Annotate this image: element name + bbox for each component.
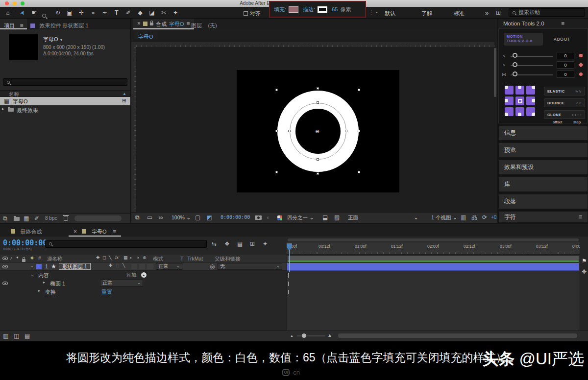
layer-row[interactable]: ⌄ 1 ★ 形状图层 1 ✚ ◻ ╲ 正常⌄ ◎ 无⌄ xyxy=(0,262,287,271)
zoom-out-mountain-icon[interactable]: ▲ xyxy=(290,334,294,337)
expand-transfer-controls-icon[interactable]: ◫ xyxy=(14,333,19,339)
project-list-header[interactable]: 名称 ▲ xyxy=(0,90,130,97)
apply-dot-button[interactable] xyxy=(579,54,583,57)
eye-icon[interactable] xyxy=(2,265,8,268)
comp-button-icon[interactable]: ✥ xyxy=(582,269,587,275)
ruler-corner[interactable] xyxy=(131,42,136,47)
bbox-handle[interactable] xyxy=(275,89,278,91)
comp-flyout-icon[interactable]: ▾ xyxy=(60,38,62,42)
panel-menu-icon[interactable]: ≡ xyxy=(187,21,190,26)
shy-layers-icon[interactable]: ❖ xyxy=(224,241,230,247)
panel-bar-effects-presets[interactable]: 效果和预设 xyxy=(498,160,588,175)
bbox-handle[interactable] xyxy=(275,171,278,173)
layer-switch-icon[interactable]: ◻ xyxy=(116,263,119,268)
path-vertex-handle[interactable] xyxy=(317,158,319,161)
label-column-icon[interactable]: ◆ xyxy=(30,256,34,260)
horizontal-ruler[interactable] xyxy=(136,42,494,47)
type-tool-icon[interactable]: T xyxy=(112,9,122,17)
layer-duration-bar[interactable] xyxy=(287,263,579,271)
switch-cell[interactable] xyxy=(131,264,137,269)
pan-behind-tool-icon[interactable]: ✛ xyxy=(76,9,86,17)
solo-column-icon[interactable]: ● xyxy=(16,256,19,260)
timeline-search-input[interactable] xyxy=(45,240,207,248)
viewer-timecode[interactable]: 0:00:00:00 xyxy=(220,214,250,220)
hand-tool-icon[interactable]: ☛ xyxy=(29,9,39,17)
panel-bar-preview[interactable]: 预览 xyxy=(498,142,588,158)
frame-blend-switch-icon[interactable]: ▦ xyxy=(123,256,128,260)
panel-scrollbar[interactable] xyxy=(74,215,122,221)
collapse-switch-icon[interactable]: ◻ xyxy=(102,256,106,260)
frame-blend-icon[interactable]: ▤ xyxy=(237,241,243,247)
contents-row[interactable]: ⌄ 内容 添加: ▸ xyxy=(0,271,287,279)
puppet-pin-tool-icon[interactable]: ✦ xyxy=(171,9,180,17)
bounce-button[interactable]: BOUNCE∩∩ xyxy=(544,98,585,107)
camera-tool-icon[interactable]: ▣ xyxy=(65,9,74,17)
target-region-icon[interactable]: ⬓ xyxy=(322,214,328,220)
layer-color-chip[interactable] xyxy=(36,264,42,269)
eraser-tool-icon[interactable]: ◪ xyxy=(147,9,157,17)
path-vertex-handle[interactable] xyxy=(317,101,319,104)
workspace-learn-button[interactable]: 了解 xyxy=(421,10,432,17)
motion-blur-switch-icon[interactable]: ◐ xyxy=(130,256,132,260)
breadcrumb[interactable]: 字母O xyxy=(134,31,157,39)
ease-value-field[interactable]: 0 xyxy=(557,61,574,69)
bit-depth-label[interactable]: 8 bpc xyxy=(45,215,57,221)
orbit-camera-tool-icon[interactable]: ↻ xyxy=(53,9,63,17)
stroke-color-swatch[interactable] xyxy=(318,6,327,13)
clone-button[interactable]: CLONE● ● ○ ○ xyxy=(544,110,585,119)
layered-view-icon[interactable]: ⧉ xyxy=(135,214,140,220)
anchor-grid-cell[interactable] xyxy=(526,107,535,116)
layer-quality-icon[interactable]: ╲ xyxy=(122,263,125,268)
lock-icon[interactable] xyxy=(150,23,153,25)
parent-link-column[interactable]: 父级和链接 xyxy=(215,256,241,262)
anchor-grid-cell[interactable] xyxy=(515,96,524,105)
shy-switch-icon[interactable]: ✚ xyxy=(96,256,100,260)
step-label[interactable]: step xyxy=(573,120,581,124)
layer-name[interactable]: 形状图层 1 xyxy=(59,263,91,270)
shape-tool-icon[interactable]: ● xyxy=(88,9,98,17)
help-search-input[interactable]: 搜索帮助 xyxy=(509,8,585,17)
close-tab-icon[interactable]: × xyxy=(74,228,77,235)
current-timecode[interactable]: 0:00:00:00 xyxy=(3,238,47,247)
roto-brush-tool-icon[interactable]: ✄ xyxy=(159,9,169,17)
anchor-grid-cell[interactable] xyxy=(505,107,514,116)
view-layout-dropdown[interactable]: 1 个视图 ⌄ xyxy=(431,214,457,221)
reset-link[interactable]: 重置 xyxy=(101,288,112,296)
fill-label[interactable]: 填充: xyxy=(274,6,286,13)
workspace-default-button[interactable]: 默认 xyxy=(385,10,395,17)
tab-project[interactable]: 项目 ≡ xyxy=(0,19,27,29)
stroke-label[interactable]: 描边: xyxy=(303,6,315,13)
ease-value-field[interactable]: 0 xyxy=(557,52,574,59)
transform-row[interactable]: ▸ 变换 重置 xyxy=(0,287,287,296)
anchor-grid-cell[interactable] xyxy=(526,96,535,105)
interpret-footage-icon[interactable]: ⧉ xyxy=(3,215,7,221)
resolution-dropdown[interactable]: 四分之一 ⌄ xyxy=(287,214,314,221)
tab-effect-controls[interactable]: 效果控件 形状图层 1 xyxy=(30,21,89,29)
slider-knob[interactable] xyxy=(513,71,517,76)
bbox-handle[interactable] xyxy=(358,171,360,173)
anchor-grid-cell[interactable] xyxy=(515,107,524,116)
about-button[interactable]: ABOUT xyxy=(554,37,570,42)
anchor-grid-cell[interactable] xyxy=(505,96,514,105)
roi-icon[interactable]: ▢ xyxy=(195,214,200,220)
bbox-handle[interactable] xyxy=(317,172,319,175)
timeline-zoom-knob[interactable] xyxy=(302,333,306,338)
zoom-level-dropdown[interactable]: 100% ⌄ xyxy=(172,214,191,220)
pen-tool-icon[interactable]: ✒ xyxy=(100,9,110,17)
3d-switch-icon[interactable]: ⊕ xyxy=(143,256,147,260)
slider-knob[interactable] xyxy=(513,53,517,58)
add-label[interactable]: 添加: xyxy=(126,272,138,279)
view-dropdown[interactable]: 正面 ⌄ xyxy=(348,214,418,221)
parent-pickwhip-icon[interactable]: ◎ xyxy=(210,263,215,269)
panel-menu-icon[interactable]: ≡ xyxy=(561,21,564,26)
panel-menu-icon[interactable]: ≡ xyxy=(113,228,116,235)
switch-cell[interactable] xyxy=(139,264,145,269)
comp-marker-button[interactable]: ⚑ xyxy=(582,258,587,264)
monitor-icon[interactable]: ▭ xyxy=(147,214,152,220)
more-workspaces-button[interactable]: » xyxy=(485,9,489,17)
disclosure-icon[interactable]: ▸ xyxy=(2,107,4,111)
fast-previews-icon[interactable]: ▥ xyxy=(461,214,466,220)
panel-bar-library[interactable]: 库 xyxy=(498,177,588,192)
switch-cell[interactable] xyxy=(147,264,153,269)
disclosure-icon[interactable]: ▸ xyxy=(38,289,40,293)
